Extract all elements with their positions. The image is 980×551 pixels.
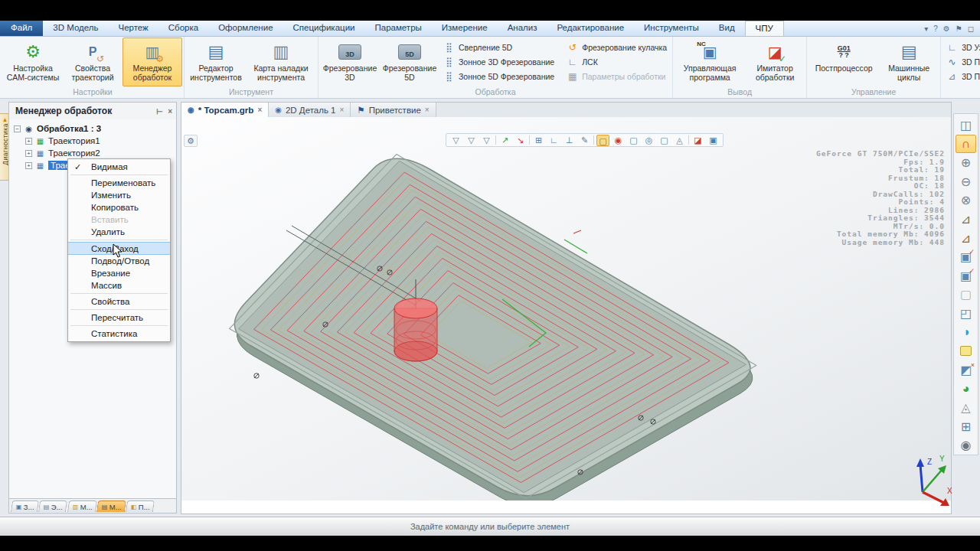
tool-editor-button[interactable]: ▤ Редактор инструментов <box>186 37 246 86</box>
menu-analysis[interactable]: Анализ <box>498 21 547 36</box>
lcs-button[interactable]: ∟ЛСК <box>564 54 669 69</box>
panel-tab-4[interactable]: ◧П... <box>126 500 155 512</box>
tool-setup-map-button[interactable]: ▥ Карта наладки инструмента <box>246 37 316 86</box>
workplane-icon[interactable]: ⊞ <box>532 135 545 146</box>
nc-program-button[interactable]: ▣NC Управляющая программа <box>675 37 745 86</box>
ctx-recalculate[interactable]: Пересчитать <box>68 311 170 324</box>
sphere-green-icon[interactable]: ◕ <box>956 380 976 399</box>
apply-icon[interactable]: ↗ <box>498 135 511 146</box>
close-tab-icon[interactable]: × <box>257 106 262 114</box>
3d-profile-button[interactable]: ⊿3D Профиль <box>944 70 980 84</box>
postprocessor-button[interactable]: G01? ? Постпроцессор <box>808 37 879 86</box>
trajectory-properties-button[interactable]: P↺ Свойства траекторий <box>63 37 122 86</box>
machining-params-button[interactable]: ▦Параметры обработки <box>564 70 669 84</box>
zone-5d-milling-button[interactable]: ⣿Зонное 5D Фрезерование <box>441 70 557 84</box>
doc-tab-welcome[interactable]: ⚑ Приветствие × <box>351 103 436 117</box>
machine-cycles-button[interactable]: ▤ Машинные циклы <box>879 37 939 86</box>
axes-icon[interactable]: ⊥ <box>563 135 576 146</box>
menu-file[interactable]: Файл <box>0 21 43 36</box>
panel-tab-1[interactable]: ▤Э... <box>38 500 67 512</box>
ctx-visible[interactable]: Видимая <box>68 161 170 173</box>
zoom-select-icon[interactable]: ⊗ <box>956 191 976 210</box>
expand-icon[interactable]: + <box>25 162 32 169</box>
wireframe-mode-icon[interactable]: ▢ <box>596 135 609 146</box>
panel-tab-0[interactable]: ▣З... <box>11 500 39 512</box>
menu-specifications[interactable]: Спецификации <box>283 21 365 36</box>
material-icon[interactable]: ▣ <box>707 135 720 146</box>
close-tab-icon[interactable]: × <box>425 106 430 114</box>
ctx-properties[interactable]: Свойства <box>68 295 170 308</box>
filter-doc-icon[interactable]: ▽ <box>480 135 493 146</box>
3d-path-button[interactable]: ∿3D Путь <box>944 54 980 69</box>
menu-tools[interactable]: Инструменты <box>634 21 709 36</box>
milling-3d-button[interactable]: 3D Фрезерование 3D <box>320 37 380 86</box>
ruler-icon[interactable]: ⊿ <box>956 210 976 229</box>
render-sphere-icon[interactable]: ◑ <box>956 323 976 342</box>
menu-assembly[interactable]: Сборка <box>158 21 208 36</box>
menu-view[interactable]: Вид <box>709 21 745 36</box>
shaded-edges-icon[interactable]: ◎ <box>642 135 655 146</box>
box-mode-icon[interactable]: ▢ <box>658 135 671 146</box>
expand-icon[interactable]: + <box>25 138 32 145</box>
collapse-icon[interactable]: − <box>14 126 21 132</box>
tree-row-trajectory1[interactable]: + ▦ Траектория1 <box>14 135 176 147</box>
zoom-window-icon[interactable]: ⊖ <box>956 172 976 191</box>
menu-decoration[interactable]: Оформление <box>208 21 283 36</box>
menu-3d-model[interactable]: 3D Модель <box>43 21 108 36</box>
doc-tab-2d-detail[interactable]: ◉ 2D Деталь 1 × <box>269 103 351 117</box>
zone-3d-milling-button[interactable]: ⣿Зонное 3D Фрезерование <box>441 54 557 69</box>
ctx-paste[interactable]: Вставить <box>68 214 170 226</box>
triad-icon[interactable]: ◬ <box>673 135 686 146</box>
window-split-icon[interactable]: ◫ <box>956 116 976 135</box>
viewport-gear-icon[interactable]: ⚙ <box>184 135 198 147</box>
quick-access-dropdown-icon[interactable]: ▾ <box>924 24 928 33</box>
filter-frame-icon[interactable]: ▽ <box>465 135 478 146</box>
yellow-note-icon[interactable] <box>956 341 976 360</box>
settings-icon[interactable]: ⚙ <box>943 24 950 33</box>
ctx-delete[interactable]: Удалить <box>68 226 170 238</box>
zoom-extents-icon[interactable]: ⊕ <box>956 153 976 172</box>
check-model-cube-icon[interactable]: ▣✓ <box>956 247 976 266</box>
simulator-button[interactable]: ◪✓ Имитатор обработки <box>745 37 805 86</box>
milling-5d-button[interactable]: 5D Фрезерование 5D <box>380 37 439 86</box>
drilling-5d-button[interactable]: ⣿Сверление 5D <box>441 40 557 54</box>
hidden-lines-icon[interactable]: ▢ <box>627 135 640 146</box>
ctx-edit[interactable]: Изменить <box>68 189 170 201</box>
magnet-snap-icon[interactable]: ∩ <box>956 135 976 154</box>
tree-row-machining1[interactable]: − ◉ Обработка1 : 3 <box>14 122 176 135</box>
camera-icon[interactable]: ◉ <box>956 435 976 455</box>
flag-icon[interactable]: ⚑ <box>956 24 962 33</box>
panel-tab-3[interactable]: ▤М... <box>96 500 127 512</box>
cancel-icon[interactable]: ↘ <box>514 135 527 146</box>
menu-cnc[interactable]: ЧПУ <box>745 21 784 36</box>
menu-editing[interactable]: Редактирование <box>547 21 634 36</box>
wire-cone-icon[interactable]: ◬ <box>956 398 976 417</box>
pin-icon[interactable]: ⊥ <box>155 108 164 115</box>
ruler-2-icon[interactable]: ⊿ <box>956 229 976 248</box>
tree-row-trajectory2[interactable]: + ▦ Траектория2 <box>14 147 176 159</box>
cam-settings-button[interactable]: ⚙ Настройка CAM-системы <box>3 37 63 86</box>
menu-measure[interactable]: Измерение <box>432 21 498 36</box>
panel-tab-2[interactable]: ▥М... <box>67 500 97 512</box>
3d-node-button[interactable]: ∟3D Узел <box>944 40 980 54</box>
window-layout-icon[interactable]: ◻ <box>968 24 974 33</box>
menu-parameters[interactable]: Параметры <box>365 21 432 36</box>
ctx-plunge[interactable]: Врезание <box>68 267 170 279</box>
expand-icon[interactable]: + <box>25 150 32 157</box>
hide-element-icon[interactable]: ◩× <box>956 360 976 380</box>
3d-canvas[interactable]: ▽ ▽ ▽ ↗ ↘ ⊞ ∟ ⊥ ✎ ▢ ◉ ▢ ◎ ▢ ◬ ◪ ▣ <box>181 117 951 500</box>
close-icon[interactable]: × <box>168 107 172 116</box>
close-tab-icon[interactable]: × <box>339 106 344 114</box>
sketch-icon[interactable]: ✎ <box>578 135 591 146</box>
filter-icon[interactable]: ▽ <box>449 135 462 146</box>
lcs-toolbar-icon[interactable]: ∟ <box>547 135 560 146</box>
machining-manager-button[interactable]: ▥⚙ Менеджер обработок <box>122 37 182 86</box>
cam-milling-button[interactable]: ↺Фрезерование кулачка <box>564 40 669 54</box>
clip-plane-icon[interactable]: ◪ <box>691 135 704 146</box>
ctx-statistics[interactable]: Статистика <box>68 328 170 340</box>
ctx-array[interactable]: Массив <box>68 279 170 292</box>
help-icon[interactable]: ? <box>933 24 938 33</box>
ctx-rename[interactable]: Переименовать <box>68 177 170 189</box>
menu-drawing[interactable]: Чертеж <box>108 21 158 36</box>
doc-tab-topcam[interactable]: ◉ * Topcam.grb × <box>181 103 269 117</box>
